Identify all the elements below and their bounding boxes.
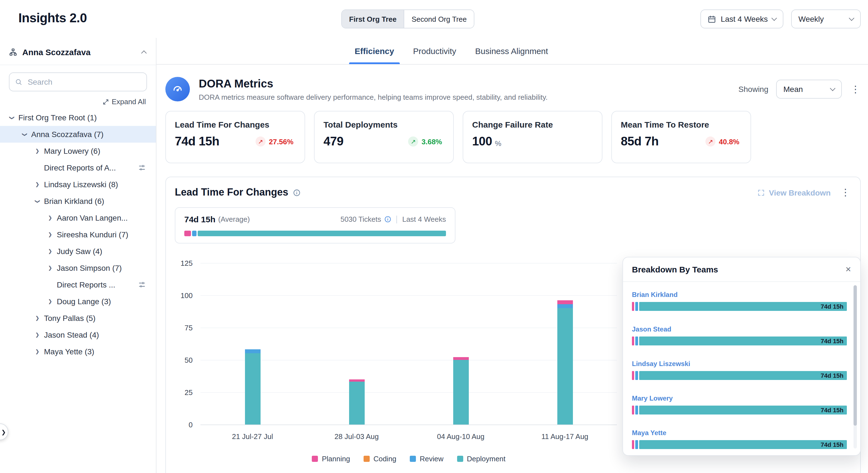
granularity-select[interactable]: Weekly	[791, 9, 861, 28]
summary-top-row: 74d 15h (Average) 5030 Tickets Last 4 We…	[184, 214, 446, 224]
tree-item-maya-yette-3[interactable]: ❯Maya Yette (3)	[0, 343, 156, 360]
collapse-sidebar-icon[interactable]	[141, 50, 147, 56]
bar-segment-planning	[557, 301, 572, 304]
chevron-right-icon[interactable]: ❯	[47, 249, 53, 254]
metric-card-value-row: 479↗3.68%	[323, 134, 444, 149]
chevron-down-icon	[771, 15, 777, 21]
tree-item-anna-scozzafava-7[interactable]: ❯Anna Scozzafava (7)	[0, 126, 156, 143]
tree-item-lindsay-liszewski-8[interactable]: ❯Lindsay Liszewski (8)	[0, 176, 156, 193]
tree-item-label: Direct Reports of A...	[44, 163, 116, 172]
team-bar-segment	[632, 336, 634, 346]
bar-04-aug-10-aug[interactable]	[453, 357, 468, 424]
info-icon[interactable]	[292, 188, 300, 197]
tree-item-doug-lange-3[interactable]: ❯Doug Lange (3)	[0, 293, 156, 310]
org-chart-icon	[9, 48, 17, 56]
team-link-lindsay-liszewski[interactable]: Lindsay Liszewski	[632, 360, 690, 368]
team-link-brian-kirkland[interactable]: Brian Kirkland	[632, 291, 678, 299]
breakdown-row: Mary Lowery74d 15h	[632, 393, 847, 414]
aggregation-select[interactable]: Mean	[776, 80, 842, 98]
x-axis-label: 28 Jul-03 Aug	[305, 432, 409, 441]
team-bar-segment	[639, 336, 847, 346]
legend-item-planning[interactable]: Planning	[312, 454, 350, 463]
org-tree: ❯First Org Tree Root (1)❯Anna Scozzafava…	[0, 109, 156, 360]
lead-time-menu-button[interactable]: ⋮	[840, 185, 851, 200]
tree-item-brian-kirkland-6[interactable]: ❯Brian Kirkland (6)	[0, 193, 156, 209]
chevron-right-icon[interactable]: ❯	[47, 265, 53, 270]
tree-item-direct-reports[interactable]: Direct Reports ...	[0, 276, 156, 293]
chevron-right-icon[interactable]: ❯	[34, 148, 40, 153]
tree-item-sireesha-kunduri-7[interactable]: ❯Sireesha Kunduri (7)	[0, 226, 156, 243]
filter-icon[interactable]	[138, 164, 146, 172]
tree-item-label: Jason Stead (4)	[44, 330, 99, 339]
bar-28-jul-03-aug[interactable]	[349, 379, 364, 424]
metric-value: 74d 15h	[175, 134, 219, 149]
bar-11-aug-17-aug[interactable]	[557, 301, 572, 424]
dora-title: DORA Metrics	[199, 77, 739, 90]
chevron-right-icon[interactable]: ❯	[34, 332, 40, 337]
chevron-down-icon[interactable]: ❯	[35, 198, 40, 204]
bar-21-jul-27-jul[interactable]	[245, 350, 260, 424]
lead-time-title: Lead Time For Changes	[175, 187, 288, 198]
chevron-right-icon[interactable]: ❯	[47, 299, 53, 304]
team-bar-segment	[639, 406, 847, 414]
chevron-right-icon[interactable]: ❯	[47, 215, 53, 220]
metric-card-value-row: 100%	[472, 134, 593, 149]
tree-item-judy-saw-4[interactable]: ❯Judy Saw (4)	[0, 243, 156, 260]
org-toggle-second-org-tree[interactable]: Second Org Tree	[404, 10, 474, 28]
team-bar: 74d 15h	[632, 440, 847, 449]
tree-item-label: Sireesha Kunduri (7)	[57, 230, 128, 239]
bar-segment-review	[557, 304, 572, 308]
date-range-select[interactable]: Last 4 Weeks	[701, 9, 783, 28]
summary-qualifier: (Average)	[218, 215, 250, 224]
search-input[interactable]	[26, 77, 141, 87]
chevron-right-icon[interactable]: ❯	[34, 316, 40, 321]
tab-productivity[interactable]: Productivity	[412, 38, 457, 64]
view-breakdown-button[interactable]: View Breakdown	[757, 188, 831, 197]
dora-menu-button[interactable]: ⋮	[849, 82, 861, 96]
team-link-maya-yette[interactable]: Maya Yette	[632, 429, 666, 437]
lead-time-title-wrap: Lead Time For Changes	[175, 187, 300, 198]
chevron-down-icon[interactable]: ❯	[9, 115, 14, 120]
legend-item-review[interactable]: Review	[410, 454, 443, 463]
expand-all-button[interactable]: Expand All	[10, 97, 146, 106]
scrollbar-thumb[interactable]	[854, 285, 857, 426]
scrollbar-track[interactable]	[854, 285, 857, 448]
legend-item-coding[interactable]: Coding	[363, 454, 396, 463]
tree-item-jason-stead-4[interactable]: ❯Jason Stead (4)	[0, 326, 156, 343]
breakdown-list: Brian Kirkland74d 15hJason Stead74d 15hL…	[632, 283, 847, 451]
tree-item-label: Anna Scozzafava (7)	[31, 130, 103, 139]
tree-item-jason-simpson-7[interactable]: ❯Jason Simpson (7)	[0, 260, 156, 276]
close-icon[interactable]: ✕	[845, 266, 851, 273]
org-toggle-first-org-tree[interactable]: First Org Tree	[342, 10, 404, 28]
team-link-jason-stead[interactable]: Jason Stead	[632, 325, 671, 333]
tree-item-mary-lowery-6[interactable]: ❯Mary Lowery (6)	[0, 143, 156, 159]
chevron-right-icon[interactable]: ❯	[34, 349, 40, 354]
tree-item-first-org-tree-root-1[interactable]: ❯First Org Tree Root (1)	[0, 109, 156, 126]
tree-item-label: Jason Simpson (7)	[57, 264, 122, 272]
summary-bar-segment	[198, 231, 446, 236]
tree-item-aaron-van-langen[interactable]: ❯Aaron Van Langen...	[0, 209, 156, 226]
team-bar-segment	[632, 406, 634, 414]
summary-phase-bar	[184, 231, 446, 236]
bar-segment-deployment	[245, 354, 260, 424]
tree-item-direct-reports-of-a[interactable]: Direct Reports of A...	[0, 159, 156, 176]
y-axis-label: 0	[170, 421, 193, 429]
metric-card-title: Change Failure Rate	[472, 120, 593, 129]
info-icon[interactable]	[384, 216, 392, 223]
lead-time-panel-header: Lead Time For Changes View Breakdown ⋮	[166, 177, 860, 200]
tree-item-tony-pallas-5[interactable]: ❯Tony Pallas (5)	[0, 310, 156, 326]
chevron-right-icon[interactable]: ❯	[34, 182, 40, 187]
tab-efficiency[interactable]: Efficiency	[353, 38, 395, 64]
breakdown-header: Breakdown By Teams ✕	[623, 257, 860, 282]
filter-icon[interactable]	[138, 281, 146, 289]
metric-cards: Lead Time For Changes74d 15h↗27.56%Total…	[165, 111, 751, 163]
team-bar: 74d 15h	[632, 302, 847, 311]
tab-business-alignment[interactable]: Business Alignment	[474, 38, 549, 64]
chevron-down-icon[interactable]: ❯	[22, 131, 27, 137]
metric-change: ↗40.8%	[706, 137, 739, 147]
chevron-right-icon[interactable]: ❯	[47, 232, 53, 237]
bar-segment-planning	[453, 357, 468, 360]
app-root: Insights 2.0 First Org TreeSecond Org Tr…	[0, 0, 868, 473]
team-link-mary-lowery[interactable]: Mary Lowery	[632, 394, 673, 402]
legend-item-deployment[interactable]: Deployment	[457, 454, 505, 463]
